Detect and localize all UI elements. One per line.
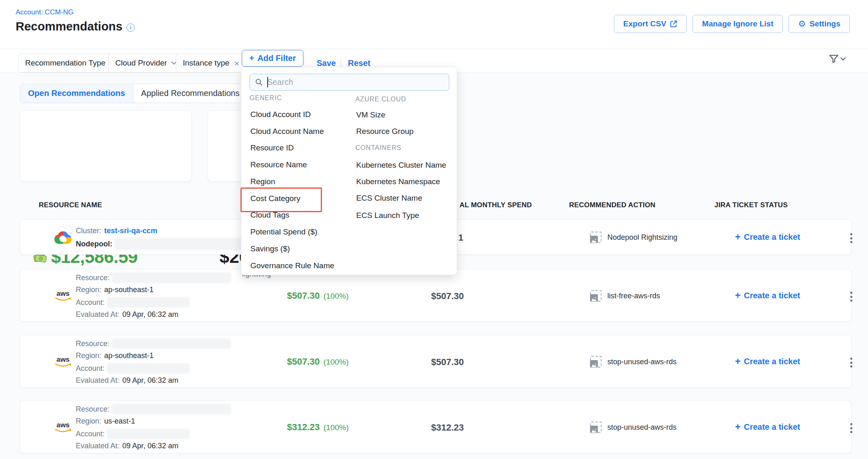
svg-text:aws: aws <box>56 421 70 429</box>
monthly-spend-value: $312.23 <box>431 422 464 433</box>
add-filter-label: Add Filter <box>257 54 296 63</box>
aws-logo-icon: aws <box>53 420 73 435</box>
image-placeholder-icon <box>590 356 602 368</box>
menu-item-resource-name[interactable]: Resource Name <box>250 160 307 169</box>
plus-icon: + <box>735 422 740 433</box>
recommendations-page: Account: CCM-NG Recommendations i Export… <box>0 0 868 459</box>
image-placeholder-icon <box>590 290 602 302</box>
redacted-value <box>112 405 230 414</box>
evaluated-at-label: Evaluated At: <box>76 310 119 319</box>
evaluated-at-value: 09 Apr, 06:32 am <box>122 442 178 450</box>
resource-label: Resource: <box>76 340 110 348</box>
menu-item-cloud-account-id[interactable]: Cloud Account ID <box>250 110 311 119</box>
menu-item-resource-id[interactable]: Resource ID <box>250 143 294 152</box>
monthly-savings-value: $507.30 <box>287 290 320 301</box>
settings-button[interactable]: ⚙ Settings <box>789 15 850 33</box>
col-header-jira-ticket-status: JIRA TICKET STATUS <box>714 201 788 209</box>
menu-item-savings[interactable]: Savings ($) <box>250 244 290 253</box>
kebab-menu-icon[interactable] <box>848 355 855 370</box>
table-row[interactable]: aws Resource: Region: us-east-1 Account:… <box>20 400 852 453</box>
evaluated-at-value: 09 Apr, 06:32 am <box>122 376 178 385</box>
export-csv-button[interactable]: Export CSV <box>614 15 687 33</box>
monthly-spend-value: $507.30 <box>431 291 464 302</box>
menu-item-resource-group[interactable]: Resource Group <box>356 127 413 136</box>
filter-panel-toggle[interactable] <box>828 54 845 64</box>
create-ticket-link[interactable]: + Create a ticket <box>735 232 800 243</box>
menu-item-region[interactable]: Region <box>250 177 275 186</box>
plus-icon: + <box>735 232 740 243</box>
search-field[interactable] <box>250 74 449 91</box>
region-label: Region: <box>76 351 101 360</box>
tab-applied-recommendations[interactable]: Applied Recommendations <box>133 84 247 103</box>
resource-label: Resource: <box>76 274 110 282</box>
evaluated-at-value: 09 Apr, 06:32 am <box>122 310 178 319</box>
info-icon[interactable]: i <box>126 23 135 32</box>
plus-icon: + <box>735 290 740 301</box>
create-ticket-label: Create a ticket <box>744 357 800 366</box>
chip-label: Recommendation Type <box>25 59 105 68</box>
monthly-savings-value: $312.23 <box>287 422 320 433</box>
manage-ignore-list-button[interactable]: Manage Ignore List <box>693 15 783 33</box>
cluster-label: Cluster: <box>76 227 101 235</box>
chip-label: Instance type <box>183 59 229 68</box>
menu-item-kubernetes-namespace[interactable]: Kubernetes Namespace <box>356 177 440 186</box>
kebab-menu-icon[interactable] <box>848 421 855 436</box>
menu-item-kubernetes-cluster-name[interactable]: Kubernetes Cluster Name <box>356 161 446 170</box>
spend-value-fragment: 1 <box>458 232 463 243</box>
kebab-menu-icon[interactable] <box>848 289 855 304</box>
menu-item-vm-size[interactable]: VM Size <box>356 110 385 119</box>
recommended-action-label: list-free-aws-rds <box>607 292 660 300</box>
monthly-savings-value: $507.30 <box>287 356 320 367</box>
add-filter-button[interactable]: + Add Filter <box>242 50 303 67</box>
manage-ignore-list-label: Manage Ignore List <box>702 19 773 28</box>
cluster-name-link[interactable]: test-sri-qa-ccm <box>104 227 157 235</box>
filter-funnel-icon <box>828 54 839 64</box>
table-row[interactable]: aws Resource: Region: ap-southeast-1 Acc… <box>20 335 852 388</box>
account-breadcrumb[interactable]: Account: CCM-NG <box>16 8 74 16</box>
col-header-resource-name: RESOURCE NAME <box>39 201 102 209</box>
filter-chip-cloud-provider[interactable]: Cloud Provider <box>108 54 183 73</box>
svg-text:aws: aws <box>56 290 70 297</box>
menu-item-governance-rule-name[interactable]: Governance Rule Name <box>250 261 334 270</box>
menu-item-ecs-launch-type[interactable]: ECS Launch Type <box>356 211 419 220</box>
monthly-savings-pct: (100%) <box>324 423 349 432</box>
header-actions: Export CSV Manage Ignore List ⚙ Settings <box>614 15 850 33</box>
recommended-action-label: stop-unused-aws-rds <box>607 358 677 366</box>
potential-monthly-savings-card: Potential Monthly Savings ? $12,586.59 f… <box>20 110 192 182</box>
page-title-row: Recommendations i <box>16 20 135 33</box>
account-label: Account: <box>76 364 105 373</box>
table-row[interactable]: aws Resource: Region: ap-southeast-1 Acc… <box>20 269 852 322</box>
aws-logo-icon: aws <box>53 288 73 303</box>
monthly-spend-value: $507.30 <box>431 357 464 368</box>
section-header-generic: GENERIC <box>250 94 282 102</box>
search-icon <box>255 78 263 87</box>
menu-item-ecs-cluster-name[interactable]: ECS Cluster Name <box>356 194 422 203</box>
create-ticket-link[interactable]: + Create a ticket <box>735 422 800 433</box>
gear-icon: ⚙ <box>798 19 806 29</box>
search-input[interactable] <box>267 77 444 87</box>
filter-chip-instance-type[interactable]: Instance type × <box>176 54 246 73</box>
monthly-savings-pct: (100%) <box>324 358 349 367</box>
col-header-monthly-spend-fragment: AL MONTHLY SPEND <box>460 201 532 209</box>
create-ticket-link[interactable]: + Create a ticket <box>735 290 800 301</box>
image-placeholder-icon <box>590 422 602 433</box>
settings-label: Settings <box>810 19 840 28</box>
filter-chip-recommendation-type[interactable]: Recommendation Type <box>18 54 121 73</box>
kebab-menu-icon[interactable] <box>848 231 855 246</box>
close-icon[interactable]: × <box>234 59 239 68</box>
region-label: Region: <box>76 286 101 294</box>
svg-text:aws: aws <box>56 356 70 363</box>
plus-icon: + <box>249 54 254 63</box>
menu-item-potential-spend[interactable]: Potential Spend ($) <box>250 227 317 237</box>
create-ticket-label: Create a ticket <box>744 422 800 432</box>
tab-open-recommendations[interactable]: Open Recommendations <box>20 84 133 103</box>
create-ticket-link[interactable]: + Create a ticket <box>735 356 800 367</box>
recommended-action-label: Nodepool Rightsizing <box>607 233 677 242</box>
plus-icon: + <box>735 356 740 367</box>
redacted-value <box>107 364 189 373</box>
evaluated-at-label: Evaluated At: <box>76 376 119 385</box>
create-ticket-label: Create a ticket <box>744 291 800 300</box>
recommendations-tabs: Open Recommendations Applied Recommendat… <box>20 84 248 103</box>
menu-item-cloud-account-name[interactable]: Cloud Account Name <box>250 127 324 136</box>
monthly-savings-pct: (100%) <box>324 292 349 301</box>
